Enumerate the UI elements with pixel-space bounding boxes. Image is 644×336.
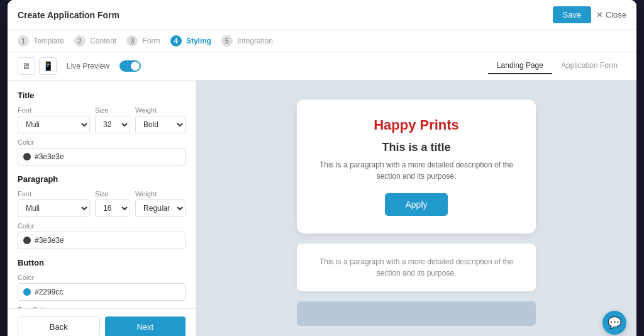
step-label-4: Styling (186, 36, 211, 45)
title-font-row: Font Muli Size 32 Weight (18, 106, 186, 133)
step-template[interactable]: 1 Template (18, 35, 64, 47)
title-size-label: Size (95, 106, 130, 114)
tab-landing-page[interactable]: Landing Page (488, 58, 552, 74)
step-num-5: 5 (221, 35, 233, 47)
step-label-5: Integration (237, 36, 273, 45)
header: Create Application Form Save ✕ Close (8, 0, 636, 30)
toolbar: 🖥 📱 Live Preview Landing Page Applicatio… (8, 52, 636, 81)
title-weight-label: Weight (135, 106, 186, 114)
step-num-4: 4 (170, 35, 182, 47)
chat-fab-button[interactable]: 💬 (602, 311, 626, 335)
toolbar-icons: 🖥 📱 (18, 57, 57, 75)
preview-paragraph: This is a paragraph with a more detailed… (316, 159, 517, 182)
live-preview-toggle[interactable] (119, 60, 141, 72)
title-size-group: Size 32 (95, 106, 130, 133)
para-font-select[interactable]: Muli (18, 199, 90, 217)
step-num-1: 1 (18, 35, 29, 47)
right-panel: Happy Prints This is a title This is a p… (196, 81, 636, 336)
para-color-dot (23, 237, 31, 244)
preview-title: This is a title (316, 141, 517, 154)
step-styling[interactable]: 4 Styling (170, 35, 211, 47)
left-panel-wrapper: Title Font Muli Size 32 (8, 81, 196, 336)
preview-card: Happy Prints This is a title This is a p… (297, 99, 536, 233)
tab-application-form[interactable]: Application Form (552, 58, 626, 74)
para-weight-label: Weight (135, 190, 186, 198)
btn-color-field[interactable]: #2299cc (18, 283, 186, 301)
title-size-select[interactable]: 32 (95, 116, 130, 133)
page-title: Create Application Form (18, 10, 119, 20)
title-color-dot (23, 153, 31, 160)
save-button[interactable]: Save (553, 6, 592, 23)
title-color-row: Color #3e3e3e (18, 138, 186, 165)
step-label-3: Form (143, 36, 160, 45)
preview-section2-para: This is a paragraph with a more detailed… (316, 256, 517, 279)
para-size-label: Size (95, 190, 130, 198)
footer-buttons: Back Next (8, 308, 196, 336)
btn-color-row: Color #2299cc (18, 274, 186, 301)
monitor-icon-button[interactable]: 🖥 (18, 57, 35, 75)
title-section-heading: Title (18, 91, 186, 100)
preview-section2: This is a paragraph with a more detailed… (297, 244, 536, 291)
para-color-field[interactable]: #3e3e3e (18, 232, 186, 249)
preview-brand-name: Happy Prints (316, 117, 517, 133)
button-section-heading: Button (18, 258, 186, 267)
para-font-label: Font (18, 190, 90, 198)
para-weight-group: Weight Regular (135, 190, 186, 217)
back-button[interactable]: Back (18, 316, 100, 336)
para-size-group: Size 16 (95, 190, 130, 217)
step-label-2: Content (90, 36, 116, 45)
para-weight-select[interactable]: Regular (135, 199, 186, 217)
main-content: Title Font Muli Size 32 (8, 81, 636, 336)
preview-apply-button[interactable]: Apply (385, 193, 447, 216)
btn-color-label: Color (18, 274, 186, 281)
title-weight-select[interactable]: Bold (135, 116, 186, 133)
title-color-field[interactable]: #3e3e3e (18, 148, 186, 165)
header-actions: Save ✕ Close (553, 6, 627, 23)
preview-section3 (297, 301, 536, 326)
title-color-label: Color (18, 138, 186, 146)
step-num-2: 2 (74, 35, 86, 47)
preview-tab-group: Landing Page Application Form (488, 58, 626, 74)
title-font-select[interactable]: Muli (18, 116, 90, 133)
step-integration[interactable]: 5 Integration (221, 35, 273, 47)
left-panel: Title Font Muli Size 32 (8, 81, 196, 308)
para-font-row: Font Muli Size 16 Weight (18, 190, 186, 217)
para-color-row: Color #3e3e3e (18, 222, 186, 249)
paragraph-section-heading: Paragraph (18, 174, 186, 184)
step-content[interactable]: 2 Content (74, 35, 116, 47)
mobile-icon-button[interactable]: 📱 (39, 57, 57, 75)
next-button[interactable]: Next (105, 316, 186, 336)
live-preview-label: Live Preview (67, 62, 109, 70)
step-label-1: Template (33, 36, 64, 45)
title-color-value: #3e3e3e (35, 152, 64, 161)
title-weight-group: Weight Bold (135, 106, 186, 133)
app-window: Create Application Form Save ✕ Close 1 T… (8, 0, 636, 336)
para-color-label: Color (18, 222, 186, 230)
btn-color-value: #2299cc (35, 288, 63, 296)
title-font-label: Font (18, 106, 90, 114)
title-font-group: Font Muli (18, 106, 90, 133)
btn-color-dot (23, 288, 31, 296)
step-form[interactable]: 3 Form (126, 35, 160, 47)
step-num-3: 3 (126, 35, 138, 47)
close-button[interactable]: ✕ Close (596, 10, 626, 20)
steps-bar: 1 Template 2 Content 3 Form 4 Styling 5 … (8, 30, 636, 52)
para-font-group: Font Muli (18, 190, 90, 217)
para-size-select[interactable]: 16 (95, 199, 130, 217)
para-color-value: #3e3e3e (35, 236, 64, 245)
